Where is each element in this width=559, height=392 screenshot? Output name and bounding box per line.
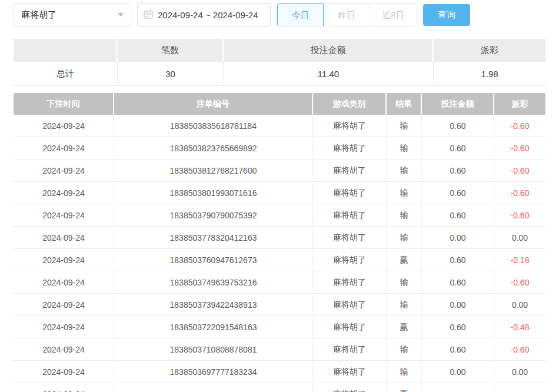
game-type-select-value: 麻将胡了 [21, 9, 56, 21]
cell-payout: 0.00 [494, 361, 545, 383]
table-row: 2024-09-241838503778320412163麻将胡了输0.000.… [14, 227, 545, 249]
cell-bet-time: 2024-09-24 [14, 227, 114, 249]
cell-bet-id: 1838503697777183234 [114, 361, 313, 383]
cell-bet-amount: 0.60 [422, 182, 494, 204]
summary-header-payout: 派彩 [434, 39, 545, 62]
cell-result: 赢 [387, 383, 422, 392]
cell-bet-amount: 0.60 [422, 249, 494, 271]
game-type-select[interactable]: 麻将胡了 [14, 3, 131, 26]
cell-result: 输 [387, 338, 422, 361]
cell-game-type: 麻将胡了 [313, 383, 387, 392]
cell-bet-id: 1838503823765669892 [114, 137, 313, 160]
cell-payout: -0.60 [494, 160, 545, 182]
toolbar: 麻将胡了 2024-09-24 ~ 2024-09-24 今日昨日近8 [14, 3, 545, 26]
cell-payout: 0.00 [494, 227, 545, 249]
cell-bet-time: 2024-09-24 [14, 383, 114, 392]
cell-bet-amount: 0.60 [422, 204, 494, 227]
summary-total-bet-amount: 11.40 [224, 62, 434, 86]
cell-bet-time: 2024-09-24 [14, 271, 114, 294]
cell-result: 赢 [387, 249, 422, 271]
cell-game-type: 麻将胡了 [313, 204, 387, 227]
cell-payout: -0.60 [494, 182, 545, 204]
cell-bet-time: 2024-09-24 [14, 204, 114, 227]
cell-bet-time: 2024-09-24 [14, 361, 114, 383]
chevron-down-icon [118, 13, 124, 16]
cell-bet-amount: 0.00 [422, 361, 494, 383]
cell-game-type: 麻将胡了 [313, 160, 387, 182]
summary-table: 笔数 投注金额 派彩 总计 30 11.40 1.98 [14, 39, 545, 86]
query-button[interactable]: 查询 [423, 4, 470, 26]
table-row: 2024-09-241838503739422438913麻将胡了输0.000.… [14, 294, 545, 316]
table-row: 2024-09-24麻将胡了赢 [14, 383, 545, 392]
cell-payout [494, 383, 545, 392]
cell-bet-amount: 0.60 [422, 316, 494, 338]
cell-bet-amount: 0.60 [422, 137, 494, 160]
summary-header-blank [14, 39, 118, 62]
cell-bet-amount: 0.60 [422, 338, 494, 361]
cell-game-type: 麻将胡了 [313, 137, 387, 160]
quick-date-button[interactable]: 近8日 [370, 4, 417, 26]
cell-game-type: 麻将胡了 [313, 182, 387, 204]
cell-bet-id: 1838503812768217600 [114, 160, 313, 182]
cell-result: 输 [387, 294, 422, 316]
cell-bet-id: 1838503778320412163 [114, 227, 313, 249]
summary-total-count: 30 [118, 62, 224, 86]
quick-date-button[interactable]: 今日 [277, 4, 324, 26]
cell-bet-amount: 0.60 [422, 115, 494, 137]
table-row: 2024-09-241838503835618781184麻将胡了输0.60-0… [14, 115, 545, 137]
cell-bet-time: 2024-09-24 [14, 160, 114, 182]
cell-payout: -0.60 [494, 271, 545, 294]
cell-result: 赢 [387, 316, 422, 338]
cell-bet-amount: 0.00 [422, 294, 494, 316]
summary-header-count: 笔数 [118, 39, 224, 62]
summary-total-label: 总计 [14, 62, 118, 86]
cell-result: 输 [387, 182, 422, 204]
summary-header-bet-amount: 投注金额 [224, 39, 434, 62]
cell-bet-amount: 0.60 [422, 160, 494, 182]
cell-payout: -0.60 [494, 115, 545, 137]
quick-date-button-group: 今日昨日近8日 [277, 3, 417, 26]
cell-result: 输 [387, 361, 422, 383]
cell-bet-id: 1838503710808878081 [114, 338, 313, 361]
table-row: 2024-09-241838503749639753216麻将胡了输0.60-0… [14, 271, 545, 294]
cell-bet-id: 1838503749639753216 [114, 271, 313, 294]
cell-bet-time: 2024-09-24 [14, 182, 114, 204]
cell-result: 输 [387, 271, 422, 294]
cell-bet-id: 1838503739422438913 [114, 294, 313, 316]
cell-bet-time: 2024-09-24 [14, 316, 114, 338]
betting-records-page: 麻将胡了 2024-09-24 ~ 2024-09-24 今日昨日近8 [0, 0, 559, 392]
date-range-picker[interactable]: 2024-09-24 ~ 2024-09-24 [137, 3, 271, 26]
cell-game-type: 麻将胡了 [313, 249, 387, 271]
column-header: 派彩 [494, 93, 545, 115]
summary-header-row: 笔数 投注金额 派彩 [14, 39, 545, 62]
cell-game-type: 麻将胡了 [313, 361, 387, 383]
table-row: 2024-09-241838503812768217600麻将胡了输0.60-0… [14, 160, 545, 182]
cell-payout: -0.60 [494, 338, 545, 361]
cell-bet-id: 1838503790790075392 [114, 204, 313, 227]
bet-table-body: 2024-09-241838503835618781184麻将胡了输0.60-0… [14, 115, 545, 392]
bet-table-header-row: 下注时间注单编号游戏类别结果投注金额派彩 [14, 93, 545, 115]
summary-total-payout: 1.98 [434, 62, 545, 86]
cell-game-type: 麻将胡了 [313, 115, 387, 137]
cell-game-type: 麻将胡了 [313, 338, 387, 361]
cell-game-type: 麻将胡了 [313, 316, 387, 338]
quick-date-button[interactable]: 昨日 [324, 4, 370, 26]
bet-records-table: 下注时间注单编号游戏类别结果投注金额派彩 2024-09-24183850383… [14, 93, 545, 392]
cell-bet-id: 1838503760947612673 [114, 249, 313, 271]
cell-bet-id: 1838503722091548163 [114, 316, 313, 338]
table-row: 2024-09-241838503722091548163麻将胡了赢0.60-0… [14, 316, 545, 338]
cell-bet-id [114, 383, 313, 392]
cell-bet-time: 2024-09-24 [14, 137, 114, 160]
column-header: 下注时间 [14, 93, 114, 115]
cell-bet-amount: 0.60 [422, 271, 494, 294]
cell-payout: -0.60 [494, 137, 545, 160]
cell-game-type: 麻将胡了 [313, 294, 387, 316]
cell-bet-time: 2024-09-24 [14, 294, 114, 316]
cell-payout: -0.48 [494, 316, 545, 338]
cell-bet-amount: 0.00 [422, 227, 494, 249]
cell-result: 输 [387, 227, 422, 249]
table-row: 2024-09-241838503697777183234麻将胡了输0.000.… [14, 361, 545, 383]
calendar-icon [144, 9, 153, 21]
cell-result: 输 [387, 204, 422, 227]
cell-game-type: 麻将胡了 [313, 227, 387, 249]
